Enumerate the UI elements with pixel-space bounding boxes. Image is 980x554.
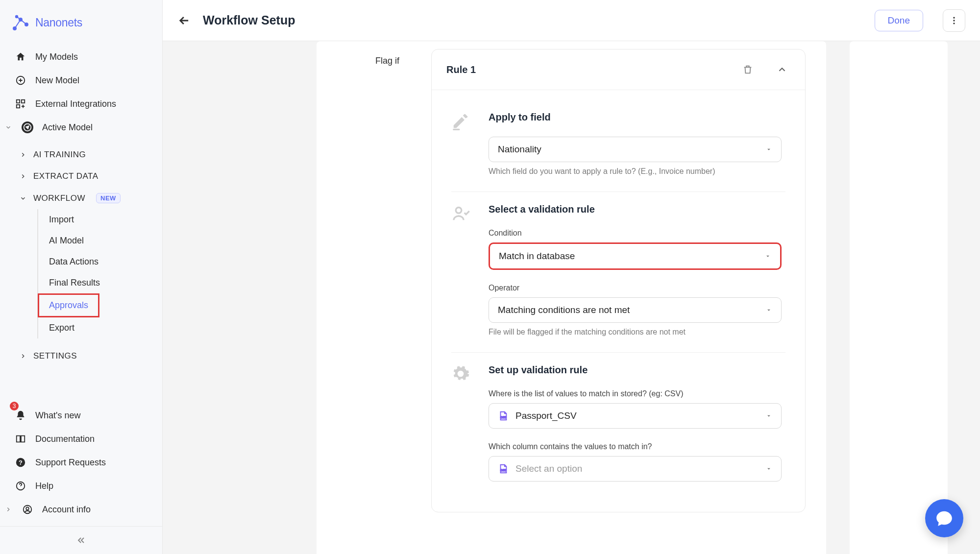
nav-help[interactable]: Help xyxy=(0,474,162,498)
leaf-label: Export xyxy=(49,323,74,333)
brand-name: Nanonets xyxy=(35,16,82,29)
chat-icon xyxy=(935,509,954,528)
chat-launcher[interactable] xyxy=(925,499,963,537)
leaf-label: Final Results xyxy=(49,278,100,288)
user-circle-icon xyxy=(22,504,33,515)
svg-point-15 xyxy=(953,20,955,21)
svg-point-14 xyxy=(953,17,955,18)
nav-label: External Integrations xyxy=(35,99,116,109)
svg-rect-6 xyxy=(22,100,24,103)
nav-my-models[interactable]: My Models xyxy=(0,45,162,69)
csv-file-icon: CSV xyxy=(498,463,509,474)
pencil-icon xyxy=(451,112,471,176)
nav-workflow-export[interactable]: Export xyxy=(0,317,162,338)
back-button[interactable] xyxy=(177,14,191,27)
group-label: SETTINGS xyxy=(33,351,77,361)
nav-whats-new[interactable]: 3 What's new xyxy=(0,404,162,427)
nav-group-workflow[interactable]: WORKFLOW NEW xyxy=(0,187,162,209)
chevron-right-icon xyxy=(20,173,26,180)
leaf-label: Import xyxy=(49,215,74,224)
nav-account[interactable]: Account info xyxy=(0,498,162,521)
operator-label: Operator xyxy=(489,284,785,292)
svg-rect-5 xyxy=(17,100,20,103)
group-label: WORKFLOW xyxy=(33,193,85,203)
caret-down-icon xyxy=(765,307,772,313)
home-icon xyxy=(15,51,26,63)
section-heading: Select a validation rule xyxy=(489,204,785,215)
svg-rect-17 xyxy=(453,129,460,130)
column-select[interactable]: CSV Select an option xyxy=(489,456,782,482)
grid-plus-icon xyxy=(15,98,26,110)
section-apply-to-field: Apply to field Nationality Which field d… xyxy=(451,100,785,192)
nav-workflow-import[interactable]: Import xyxy=(0,209,162,230)
flag-if-label: Flag if xyxy=(375,56,399,66)
select-value: Passport_CSV xyxy=(515,410,759,421)
apply-field-select[interactable]: Nationality xyxy=(489,137,782,162)
canvas: Flag if Rule 1 xyxy=(163,41,980,554)
field-hint: Which field do you want to apply a rule … xyxy=(489,167,785,176)
bottom-nav: 3 What's new Documentation ? Support Req… xyxy=(0,404,162,526)
delete-rule-button[interactable] xyxy=(739,61,756,78)
done-button[interactable]: Done xyxy=(875,10,923,31)
collapse-sidebar-button[interactable] xyxy=(0,526,162,554)
list-source-label: Where is the list of values to match in … xyxy=(489,389,785,398)
condition-select[interactable]: Match in database xyxy=(489,242,782,270)
column-label: Which column contains the values to matc… xyxy=(489,442,785,451)
nav-documentation[interactable]: Documentation xyxy=(0,427,162,451)
nav-label: My Models xyxy=(35,52,78,62)
leaf-label: Approvals xyxy=(49,300,88,310)
more-menu-button[interactable] xyxy=(943,9,965,32)
svg-text:CSV: CSV xyxy=(500,416,506,419)
help-circle-icon xyxy=(15,480,26,492)
nav-label: New Model xyxy=(35,75,79,86)
nav-new-model[interactable]: New Model xyxy=(0,69,162,92)
dots-vertical-icon xyxy=(949,16,959,25)
chevron-right-icon xyxy=(4,506,13,513)
nav-group-ai-training[interactable]: AI TRAINING xyxy=(0,144,162,166)
chevron-right-icon xyxy=(20,353,26,360)
main-area: Workflow Setup Done Flag if Rule 1 xyxy=(163,0,980,554)
svg-text:?: ? xyxy=(19,459,23,466)
nav-group-settings[interactable]: SETTINGS xyxy=(0,345,162,367)
collapse-rule-button[interactable] xyxy=(774,61,790,78)
nav-workflow-data-actions[interactable]: Data Actions xyxy=(0,251,162,272)
select-placeholder: Select an option xyxy=(515,463,759,474)
svg-point-13 xyxy=(26,507,29,510)
operator-select[interactable]: Matching conditions are not met xyxy=(489,297,782,323)
caret-down-icon xyxy=(765,412,772,419)
section-setup: Set up validation rule Where is the list… xyxy=(451,353,785,497)
list-source-select[interactable]: CSV Passport_CSV xyxy=(489,403,782,429)
nav-active-model[interactable]: Active Model xyxy=(0,116,162,139)
rule-card: Rule 1 Apply to fiel xyxy=(431,49,806,512)
brand-row[interactable]: Nanonets xyxy=(0,0,162,45)
svg-rect-7 xyxy=(17,105,20,108)
page-title: Workflow Setup xyxy=(203,13,295,27)
bg-panel-right xyxy=(850,41,948,554)
done-label: Done xyxy=(888,15,910,25)
nav-label: Help xyxy=(35,481,53,491)
nav-group-extract-data[interactable]: EXTRACT DATA xyxy=(0,166,162,187)
group-label: AI TRAINING xyxy=(33,150,86,160)
nav-workflow-approvals[interactable]: Approvals xyxy=(38,293,99,317)
nav-support[interactable]: ? Support Requests xyxy=(0,451,162,474)
svg-point-18 xyxy=(456,208,462,214)
compass-icon xyxy=(22,121,33,133)
leaf-label: Data Actions xyxy=(49,257,98,266)
nav-workflow-final-results[interactable]: Final Results xyxy=(0,272,162,293)
topbar: Workflow Setup Done xyxy=(163,0,980,41)
gear-icon xyxy=(451,364,471,482)
condition-label: Condition xyxy=(489,229,785,238)
leaf-label: AI Model xyxy=(49,236,84,245)
section-heading: Set up validation rule xyxy=(489,364,785,376)
caret-down-icon xyxy=(764,253,771,260)
nav-workflow-ai-model[interactable]: AI Model xyxy=(0,230,162,251)
rule-header: Rule 1 xyxy=(432,49,805,90)
nav-external-integrations[interactable]: External Integrations xyxy=(0,92,162,116)
svg-text:CSV: CSV xyxy=(500,469,506,472)
primary-nav: My Models New Model External Integration… xyxy=(0,45,162,404)
csv-file-icon: CSV xyxy=(498,410,509,421)
chevron-down-icon xyxy=(4,124,13,131)
nav-label: What's new xyxy=(35,410,80,421)
select-value: Nationality xyxy=(498,144,759,155)
select-value: Matching conditions are not met xyxy=(498,305,759,315)
